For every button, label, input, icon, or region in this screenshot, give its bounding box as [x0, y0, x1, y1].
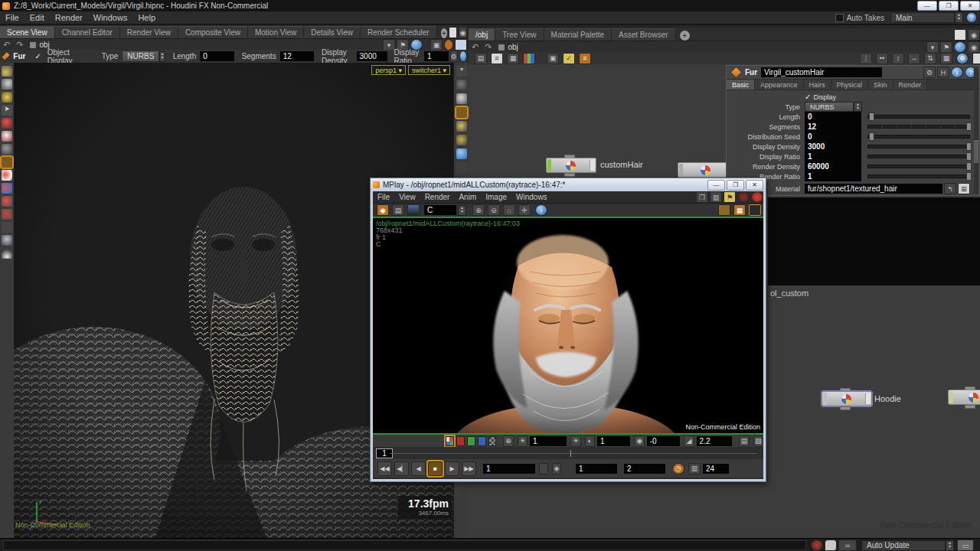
render-ratio-slider[interactable] [867, 174, 970, 178]
pane-options-icon[interactable]: ◉ [968, 41, 980, 53]
shelf-tool-icon[interactable] [2, 92, 12, 103]
active-tool-icon[interactable] [2, 157, 12, 168]
shelf-tool-icon[interactable] [2, 131, 12, 142]
network-menu-icon[interactable]: ≡ [579, 53, 591, 64]
realtime-toggle-icon[interactable]: ◷ [672, 463, 684, 474]
display-density-field[interactable]: 3000 [805, 142, 861, 152]
mplay-menu-file[interactable]: File [373, 193, 394, 201]
display-flag[interactable] [823, 393, 827, 405]
current-frame-field[interactable]: 1 [483, 464, 535, 474]
image-mode-icon[interactable]: ◉ [377, 204, 389, 216]
go-to-start-button[interactable]: ◀◀ [377, 461, 392, 476]
node-output-connector[interactable] [840, 406, 851, 410]
display-checkbox[interactable]: ✓ [805, 93, 811, 101]
menu-file[interactable]: File [0, 13, 24, 22]
display-flag[interactable] [547, 159, 551, 171]
display-flags-icon[interactable]: ▦ [507, 53, 519, 64]
segments-slider[interactable] [867, 125, 970, 129]
node-clipped[interactable] [948, 390, 980, 405]
zoom-network-icon[interactable]: ⊕ [956, 53, 969, 64]
stop-button[interactable]: ■ [428, 461, 443, 476]
zoom-field[interactable]: 1 [530, 436, 567, 446]
snapshot-icon[interactable]: ▣ [547, 53, 559, 64]
new-tab-icon[interactable]: + [680, 31, 690, 41]
pane-menu-icon[interactable]: ◉ [968, 29, 980, 41]
mplay-title-bar[interactable]: MPlay - /obj/ropnet1/midALLCustom(raytra… [371, 178, 766, 191]
maximize-pane-icon[interactable] [449, 27, 457, 38]
node-output-connector[interactable] [965, 405, 975, 409]
message-bubble-icon[interactable] [825, 540, 837, 551]
info-icon[interactable]: i [951, 67, 963, 78]
layout-pane-icon[interactable]: ▥ [710, 191, 722, 203]
mplay-menu-image[interactable]: Image [481, 193, 511, 201]
view-menu-icon[interactable]: ▾ [456, 66, 467, 77]
mplay-minimize-button[interactable]: — [707, 180, 725, 191]
flipbook-flag-icon[interactable]: ⚑ [724, 191, 736, 203]
view-tool-icon[interactable] [456, 148, 467, 159]
tab-channel-editor[interactable]: Channel Editor [55, 26, 120, 38]
render-flag[interactable] [590, 160, 595, 171]
length-field[interactable]: 0 [200, 51, 234, 61]
node-customhair[interactable] [546, 158, 596, 173]
display-density-slider[interactable] [867, 145, 970, 148]
select-arrow-icon[interactable]: ➤ [2, 105, 12, 116]
layout-nodes-icon[interactable]: ⇅ [924, 53, 936, 64]
node-label[interactable]: customHair [600, 160, 643, 169]
brightness-icon[interactable]: ◉ [634, 435, 644, 447]
play-backward-button[interactable]: ◀ [411, 461, 426, 476]
shelf-tool-icon[interactable] [2, 222, 12, 233]
fullscreen-icon[interactable] [749, 204, 761, 216]
forward-icon[interactable]: ↷ [13, 40, 26, 50]
view-tool-icon[interactable] [456, 135, 467, 145]
select-state-icon[interactable] [456, 107, 467, 118]
shelf-tool-icon[interactable] [2, 144, 12, 155]
split-view-icon[interactable] [718, 204, 730, 216]
type-dropdown[interactable]: NURBS [122, 51, 159, 62]
frame-inc-icon[interactable]: ◈ [552, 463, 561, 474]
channel-stepper[interactable]: ▴▾ [458, 205, 466, 216]
exposure-reset-icon[interactable]: ☀ [570, 435, 580, 447]
segments-field[interactable]: 12 [805, 122, 861, 132]
mplay-menu-anim[interactable]: Anim [454, 193, 481, 201]
menu-edit[interactable]: Edit [24, 13, 50, 22]
tab-asset-browser[interactable]: Asset Browser [612, 28, 675, 41]
pin-icon[interactable]: ⚑ [940, 41, 952, 53]
range-end-field[interactable]: 2 [624, 464, 665, 474]
length-slider[interactable] [867, 115, 970, 119]
tab-scene-view[interactable]: Scene View [0, 26, 55, 38]
param-tab-hairs[interactable]: Hairs [804, 80, 831, 90]
contrast-icon[interactable]: ◐ [585, 435, 595, 447]
maximize-button[interactable]: ❐ [939, 1, 959, 11]
take-selector[interactable]: Main [890, 12, 955, 23]
render-density-slider[interactable] [867, 165, 970, 168]
link-network-icon[interactable]: ⚙ [450, 51, 458, 62]
tab-render-view[interactable]: Render View [120, 26, 178, 38]
node-label[interactable]: Hoodie [874, 394, 901, 403]
dropframe-icon[interactable]: ▥ [688, 463, 701, 474]
frame-all-icon[interactable] [972, 53, 980, 64]
render-flag[interactable] [865, 393, 871, 404]
frame-dec-icon[interactable] [539, 463, 548, 474]
menu-help[interactable]: Help [132, 13, 161, 22]
takes-help-icon[interactable]: ? [966, 12, 977, 23]
layers-icon[interactable]: ▤ [392, 204, 404, 216]
green-channel-icon[interactable] [467, 436, 475, 446]
auto-update-stepper[interactable]: ▴▾ [946, 540, 954, 551]
detach-pane-icon[interactable]: ❐ [696, 191, 708, 203]
go-to-end-button[interactable]: ▶▶ [462, 461, 476, 476]
path-chip[interactable]: obj [495, 43, 521, 51]
material-pick-icon[interactable]: ↰ [944, 183, 956, 194]
material-open-icon[interactable]: ⊞ [958, 183, 970, 194]
node-output-connector[interactable] [564, 173, 575, 177]
shelf-tool-icon[interactable] [2, 118, 12, 129]
stepper-icon[interactable]: ⋮ [860, 53, 872, 64]
view-tool-icon[interactable] [456, 121, 467, 132]
fit-horizontal-icon[interactable]: ↔ [908, 53, 920, 64]
zoom-in-icon[interactable]: ⊕ [472, 204, 485, 216]
cook-icon[interactable] [954, 41, 966, 53]
node-partial[interactable] [678, 162, 728, 178]
fps-field[interactable]: 24 [703, 464, 729, 474]
pixel-probe-icon[interactable]: ⊕ [503, 435, 513, 447]
material-field[interactable]: fur/shopnet1/textured_hair [805, 184, 942, 194]
display-flag[interactable] [949, 391, 953, 403]
